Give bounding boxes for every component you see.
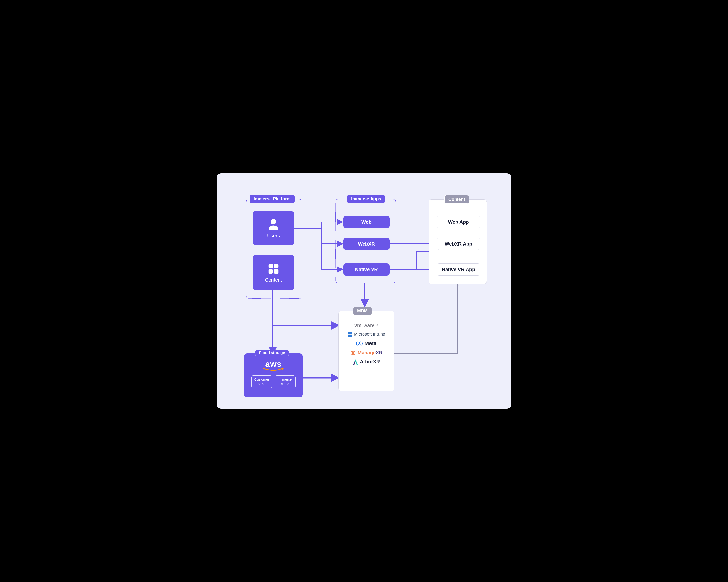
cloud-storage-title: Cloud storage [255,349,289,356]
vendor-meta: Meta [356,340,376,347]
svg-rect-2 [268,269,273,273]
vendor-arborxr: ArborXR [353,359,380,365]
svg-rect-3 [274,269,278,273]
content-web-app: Web App [437,216,480,228]
svg-rect-6 [348,335,349,336]
immerse-platform-title: Immerse Platform [250,195,295,203]
svg-rect-1 [274,264,278,268]
app-webxr: WebXR [343,238,390,250]
vendor-managexr: ManageXR [350,350,383,355]
app-web: Web [343,216,390,228]
mdm-title: MDM [353,307,372,315]
content-webxr-app: WebXR App [437,238,480,250]
content-nativevr-app: Native VR App [437,263,480,275]
arborxr-icon [353,359,358,365]
grid-icon [267,262,280,275]
meta-icon [356,341,363,346]
vendor-microsoft-intune: Microsoft Intune [348,332,385,337]
windows-icon [348,332,352,337]
svg-rect-5 [350,332,352,334]
vendor-vmware: vmware® [354,323,379,328]
app-nativevr: Native VR [343,263,390,275]
svg-rect-4 [348,332,349,334]
mdm-vendor-list: vmware® Microsoft Intune Meta ManageXR A… [339,323,394,365]
mdm-group: vmware® Microsoft Intune Meta ManageXR A… [338,311,394,391]
managexr-icon [350,350,356,355]
aws-smile-icon [263,368,284,372]
storage-immerse-cloud: Immerse cloud [275,375,295,388]
user-icon [267,218,280,231]
storage-customer-vpc: Customer VPC [251,375,272,388]
platform-content-label: Content [265,277,282,283]
platform-users-card: Users [253,211,294,245]
svg-rect-7 [350,335,352,336]
immerse-apps-title: Immerse Apps [347,195,385,203]
aws-logo-text: aws [265,360,282,368]
platform-content-card: Content [253,255,294,290]
architecture-diagram: Immerse Platform Users Content Immerse A… [217,173,511,409]
cloud-storage-card: aws Customer VPC Immerse cloud [244,353,303,397]
content-title: Content [444,195,469,204]
svg-rect-0 [268,264,273,268]
platform-users-label: Users [267,233,280,239]
